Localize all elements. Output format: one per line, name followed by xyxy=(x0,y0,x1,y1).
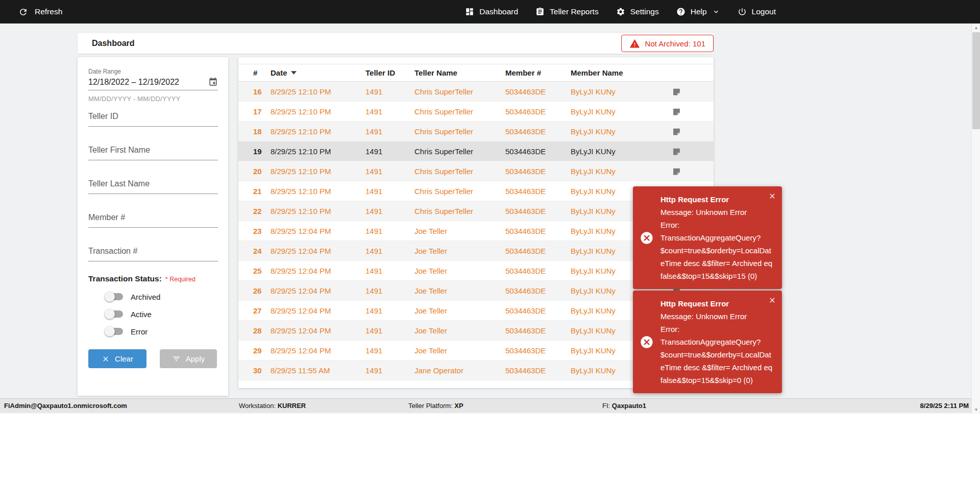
nav-item-label: Settings xyxy=(630,7,659,16)
toast-error-label: Error: xyxy=(660,323,775,335)
page-header: Dashboard Not Archived: 101 xyxy=(78,33,714,54)
cell-date: 8/29/25 12:10 PM xyxy=(271,167,365,176)
toast-error-label: Error: xyxy=(660,219,775,231)
transaction-number-input[interactable] xyxy=(88,247,218,256)
cell-teller-id: 1491 xyxy=(365,326,414,335)
cell-num: 20 xyxy=(253,167,271,176)
cell-member-num: 5034463DE xyxy=(505,267,571,275)
active-switch[interactable] xyxy=(105,309,123,319)
teller-id-input[interactable] xyxy=(88,112,218,121)
cell-teller-name: Joe Teller xyxy=(414,247,505,255)
toggle-error[interactable]: Error xyxy=(105,326,218,337)
toast-error-detail: TransactionAggregateQuery?$count=true&$o… xyxy=(660,231,775,282)
error-circle-icon xyxy=(640,335,654,349)
member-number-field xyxy=(88,213,218,228)
cell-teller-id: 1491 xyxy=(365,147,414,156)
cell-teller-name: Joe Teller xyxy=(414,227,505,235)
column-header-member-name: Member Name xyxy=(571,68,672,77)
clear-button-label: Clear xyxy=(115,354,133,363)
cell-member-num: 5034463DE xyxy=(505,247,571,255)
error-switch-label: Error xyxy=(131,327,148,336)
note-icon[interactable] xyxy=(672,107,681,116)
table-row[interactable]: 16 8/29/25 12:10 PM 1491 Chris SuperTell… xyxy=(238,82,714,102)
table-row[interactable]: 19 8/29/25 12:10 PM 1491 Chris SuperTell… xyxy=(238,141,714,161)
toast-close-icon[interactable] xyxy=(768,192,776,200)
scroll-up-icon[interactable]: ▲ xyxy=(972,23,980,32)
note-icon[interactable] xyxy=(672,147,681,156)
date-range-input[interactable] xyxy=(88,78,208,87)
not-archived-badge[interactable]: Not Archived: 101 xyxy=(621,35,714,52)
note-icon[interactable] xyxy=(672,87,681,96)
apply-button[interactable]: Apply xyxy=(160,349,217,368)
teller-id-field xyxy=(88,112,218,127)
error-switch[interactable] xyxy=(105,326,123,337)
cell-member-num: 5034463DE xyxy=(505,227,571,235)
toggle-active[interactable]: Active xyxy=(105,309,218,319)
status-fi: FI: Qaxpauto1 xyxy=(602,399,646,413)
scrollbar-thumb[interactable] xyxy=(972,32,980,129)
cell-num: 22 xyxy=(253,207,271,215)
teller-first-name-field xyxy=(88,146,218,160)
refresh-label: Refresh xyxy=(35,7,62,16)
cell-date: 8/29/25 12:10 PM xyxy=(271,187,365,196)
toast-message: Message: Unknown Error xyxy=(660,310,775,323)
cell-member-num: 5034463DE xyxy=(505,366,571,375)
cell-teller-id: 1491 xyxy=(365,167,414,176)
column-header-member-num: Member # xyxy=(505,68,571,77)
cell-num: 18 xyxy=(253,127,271,136)
cell-num: 25 xyxy=(253,267,271,275)
nav-item-settings[interactable]: Settings xyxy=(616,7,659,16)
note-icon[interactable] xyxy=(672,167,681,176)
note-icon[interactable] xyxy=(672,127,681,136)
status-workstation: Workstation: KURRER xyxy=(239,399,306,413)
status-platform: Teller Platform: XP xyxy=(408,399,463,413)
transaction-status-text: Transaction Status: xyxy=(88,274,162,283)
nav-item-teller-reports[interactable]: Teller Reports xyxy=(535,7,599,16)
member-number-input[interactable] xyxy=(88,213,218,222)
cell-teller-name: Joe Teller xyxy=(414,286,505,295)
nav-item-logout[interactable]: Logout xyxy=(738,7,776,16)
nav-item-label: Logout xyxy=(752,7,776,16)
calendar-icon[interactable] xyxy=(208,77,218,87)
warning-triangle-icon xyxy=(629,38,640,49)
date-range-label: Date Range xyxy=(88,68,218,75)
cell-member-num: 5034463DE xyxy=(505,286,571,295)
cell-teller-name: Chris SuperTeller xyxy=(414,167,505,176)
toggle-archived[interactable]: Archived xyxy=(105,292,218,302)
clear-button[interactable]: Clear xyxy=(88,349,146,368)
clipboard-icon xyxy=(535,7,545,16)
scroll-down-icon[interactable]: ▼ xyxy=(972,405,980,414)
error-circle-icon xyxy=(640,231,654,245)
archived-switch-label: Archived xyxy=(131,293,160,301)
table-row[interactable]: 18 8/29/25 12:10 PM 1491 Chris SuperTell… xyxy=(238,122,714,141)
cell-teller-id: 1491 xyxy=(365,306,414,315)
nav-item-dashboard[interactable]: Dashboard xyxy=(465,7,518,16)
transaction-number-field xyxy=(88,247,218,261)
teller-last-name-input[interactable] xyxy=(88,179,218,188)
column-header-date[interactable]: Date xyxy=(271,68,365,77)
toast-close-icon[interactable] xyxy=(768,296,776,304)
cell-num: 23 xyxy=(253,227,271,235)
cell-member-num: 5034463DE xyxy=(505,147,571,156)
transaction-status-label: Transaction Status:* Required xyxy=(88,274,218,283)
vertical-scrollbar[interactable]: ▲ ▼ xyxy=(971,23,980,414)
status-fi-value: Qaxpauto1 xyxy=(612,402,646,410)
teller-first-name-input[interactable] xyxy=(88,146,218,155)
archived-switch[interactable] xyxy=(105,292,123,302)
cell-teller-id: 1491 xyxy=(365,127,414,136)
cell-member-name: ByLyJI KUNy xyxy=(571,167,672,176)
cell-member-name: ByLyJI KUNy xyxy=(571,107,672,116)
cell-teller-name: Chris SuperTeller xyxy=(414,207,505,215)
nav-item-label: Dashboard xyxy=(479,7,518,16)
cell-teller-name: Chris SuperTeller xyxy=(414,87,505,96)
nav-item-help[interactable]: Help xyxy=(676,7,720,16)
table-row[interactable]: 20 8/29/25 12:10 PM 1491 Chris SuperTell… xyxy=(238,161,714,181)
gear-icon xyxy=(616,7,625,16)
nav-menu: Dashboard Teller Reports Settings Help L… xyxy=(465,7,980,16)
cell-member-name: ByLyJI KUNy xyxy=(571,127,672,136)
nav-item-label: Teller Reports xyxy=(550,7,599,16)
refresh-button[interactable]: Refresh xyxy=(0,7,62,17)
cell-date: 8/29/25 12:04 PM xyxy=(271,247,365,255)
cell-member-num: 5034463DE xyxy=(505,127,571,136)
table-row[interactable]: 17 8/29/25 12:10 PM 1491 Chris SuperTell… xyxy=(238,102,714,122)
